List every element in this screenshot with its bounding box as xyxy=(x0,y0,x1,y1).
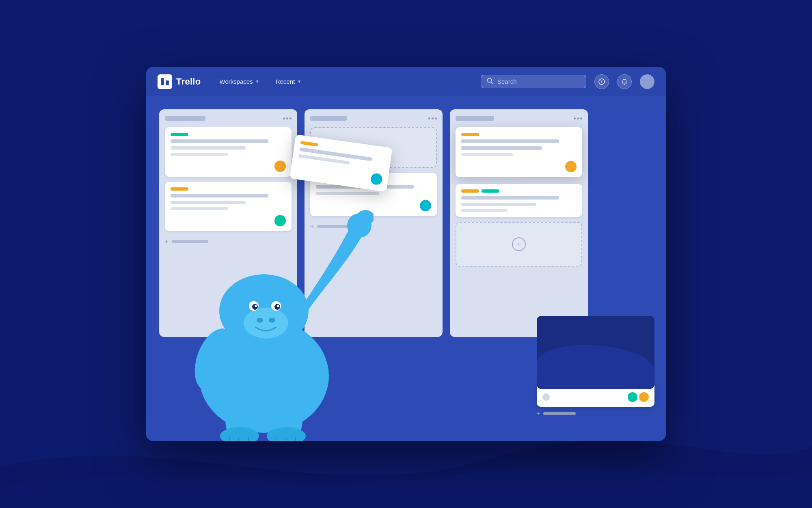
workspaces-menu-button[interactable]: Workspaces ▼ xyxy=(216,76,263,87)
search-icon xyxy=(487,78,493,85)
card-footer xyxy=(461,161,577,172)
add-card-circle-icon[interactable]: + xyxy=(512,237,526,251)
card-avatar xyxy=(420,200,431,211)
card-tag xyxy=(461,133,479,136)
dark-bg-shape xyxy=(537,345,654,389)
menu-dot xyxy=(577,117,579,119)
dashed-bottom-card[interactable]: + xyxy=(456,222,582,267)
search-bar[interactable] xyxy=(481,75,586,88)
workspaces-chevron-icon: ▼ xyxy=(255,79,259,84)
card-6[interactable] xyxy=(456,184,582,217)
menu-dot xyxy=(432,117,434,119)
card-line xyxy=(461,203,536,206)
card-line xyxy=(461,146,542,150)
svg-point-19 xyxy=(270,285,281,296)
menu-dot xyxy=(289,117,292,119)
dark-add-label xyxy=(543,412,576,415)
browser-window: Trello Workspaces ▼ Recent ▼ i xyxy=(146,67,666,441)
add-card-icon: + xyxy=(165,238,168,245)
column-2-menu[interactable] xyxy=(428,117,437,119)
column-1-title xyxy=(165,116,205,121)
card-line xyxy=(171,139,268,143)
svg-point-15 xyxy=(274,304,280,310)
hippo-character xyxy=(179,165,374,441)
column-1-menu[interactable] xyxy=(283,117,292,119)
card-line xyxy=(461,209,508,212)
card-5-elevated[interactable] xyxy=(456,127,582,177)
app-logo-text: Trello xyxy=(176,76,201,87)
dark-card-wrapper: + xyxy=(533,316,659,417)
recent-chevron-icon: ▼ xyxy=(297,79,301,84)
dark-bg-box xyxy=(537,316,654,389)
column-2-title xyxy=(310,116,347,121)
svg-text:i: i xyxy=(601,80,603,84)
trello-bar-left xyxy=(161,78,164,85)
card-line xyxy=(461,196,559,200)
user-avatar[interactable] xyxy=(640,74,654,89)
trello-icon xyxy=(158,74,172,89)
card-tag xyxy=(171,133,188,136)
card-tag-orange xyxy=(461,189,479,193)
menu-dot xyxy=(580,117,582,119)
notifications-button[interactable] xyxy=(617,74,632,89)
dark-add-icon: + xyxy=(537,410,540,417)
column-3-title xyxy=(456,116,494,121)
svg-point-14 xyxy=(252,304,258,310)
avatar-green xyxy=(628,392,637,402)
recent-menu-button[interactable]: Recent ▼ xyxy=(272,76,305,87)
column-3: + xyxy=(450,109,588,337)
svg-point-10 xyxy=(257,318,263,323)
logo-area: Trello xyxy=(158,74,201,89)
dark-add-row[interactable]: + xyxy=(533,410,659,417)
column-3-menu[interactable] xyxy=(574,117,582,119)
svg-point-9 xyxy=(244,308,288,339)
card-line xyxy=(171,153,228,156)
card-avatars xyxy=(628,392,649,402)
navbar: Trello Workspaces ▼ Recent ▼ i xyxy=(146,67,666,96)
board-area: + xyxy=(146,96,666,441)
card-line xyxy=(461,139,559,143)
svg-point-18 xyxy=(247,285,258,296)
svg-point-17 xyxy=(277,305,279,307)
menu-dot xyxy=(283,117,285,119)
column-2-header xyxy=(310,116,437,121)
search-input[interactable] xyxy=(497,78,580,85)
menu-dot xyxy=(435,117,437,119)
menu-dot xyxy=(574,117,576,119)
card-circle-icon xyxy=(542,393,550,401)
svg-point-7 xyxy=(356,210,374,225)
svg-point-16 xyxy=(255,305,257,307)
avatar-orange xyxy=(639,392,649,402)
card-avatar xyxy=(565,161,577,172)
card-line xyxy=(171,146,246,150)
column-3-header xyxy=(456,116,582,121)
menu-dot xyxy=(286,117,288,119)
bottom-card-footer xyxy=(542,392,649,402)
card-tag-green xyxy=(482,189,499,193)
info-button[interactable]: i xyxy=(594,74,609,89)
svg-line-1 xyxy=(491,82,493,84)
trello-bar-right xyxy=(166,80,169,85)
dragged-card-tag xyxy=(300,141,319,147)
card-line xyxy=(461,153,513,156)
menu-dot xyxy=(428,117,430,119)
column-1-header xyxy=(165,116,292,121)
svg-point-11 xyxy=(269,318,275,323)
card-tags xyxy=(461,189,577,193)
trello-icon-inner xyxy=(161,78,169,85)
